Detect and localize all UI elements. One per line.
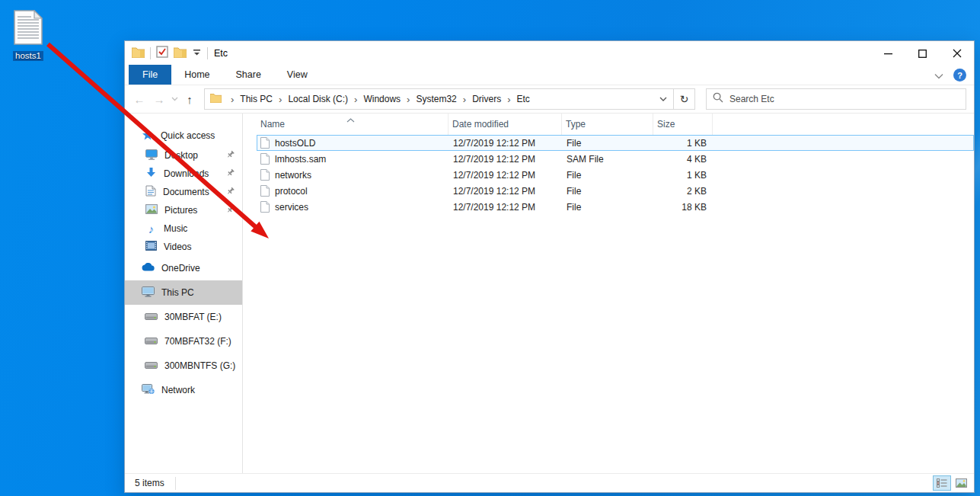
quick-access-toolbar	[125, 46, 208, 61]
sidebar-item-label: Network	[161, 385, 195, 395]
file-name: services	[275, 202, 308, 213]
documents-icon	[145, 185, 156, 199]
sidebar-item-label: Desktop	[164, 150, 198, 161]
status-bar: 5 items	[125, 473, 974, 492]
back-button[interactable]: ←	[129, 89, 149, 109]
file-date: 12/7/2019 12:12 PM	[449, 202, 563, 213]
column-header-date-modified[interactable]: Date modified	[449, 114, 562, 135]
file-date: 12/7/2019 12:12 PM	[449, 138, 563, 149]
toolbar-separator	[207, 47, 208, 59]
sidebar-item-label: 70MBFAT32 (F:)	[164, 336, 231, 347]
recent-locations-chevron-icon[interactable]	[169, 97, 180, 101]
sort-ascending-caret-icon	[346, 114, 355, 125]
sidebar-item-label: Music	[164, 223, 187, 234]
file-type: File	[563, 202, 654, 213]
address-bar[interactable]: › This PC › Local Disk (C:) › Windows › …	[204, 88, 695, 110]
help-button[interactable]: ?	[953, 69, 966, 82]
tab-file[interactable]: File	[129, 65, 171, 85]
file-type: File	[563, 138, 654, 149]
column-header-size[interactable]: Size	[653, 114, 713, 135]
sidebar-item-drive-f[interactable]: 70MBFAT32 (F:)	[125, 329, 242, 354]
breadcrumb-separator: ›	[274, 94, 286, 105]
window-title: Etc	[214, 48, 228, 59]
sidebar-item-label: Quick access	[161, 130, 215, 141]
file-row-hostsold[interactable]: hostsOLD 12/7/2019 12:12 PM File 1 KB	[257, 135, 974, 151]
sidebar-item-network[interactable]: Network	[125, 378, 242, 402]
breadcrumb-etc[interactable]: Etc	[515, 94, 531, 104]
breadcrumb-system32[interactable]: System32	[414, 94, 458, 104]
file-name: lmhosts.sam	[275, 154, 326, 165]
file-size: 4 KB	[654, 154, 713, 165]
tab-share[interactable]: Share	[223, 65, 274, 85]
address-dropdown-chevron-icon[interactable]	[653, 89, 673, 109]
sidebar-item-label: Documents	[163, 187, 209, 197]
quick-access-star-icon	[142, 129, 154, 143]
file-size: 18 KB	[654, 202, 713, 213]
sidebar-item-this-pc[interactable]: This PC	[125, 280, 242, 305]
file-row-lmhosts[interactable]: lmhosts.sam 12/7/2019 12:12 PM SAM File …	[257, 151, 974, 167]
file-row-services[interactable]: services 12/7/2019 12:12 PM File 18 KB	[257, 199, 974, 215]
breadcrumb-separator: ›	[503, 94, 515, 105]
sidebar-item-onedrive[interactable]: OneDrive	[125, 256, 242, 280]
shortcut-label: hosts1	[13, 51, 43, 61]
sidebar-item-downloads[interactable]: Downloads	[125, 165, 242, 183]
search-box[interactable]	[706, 88, 966, 110]
sidebar-item-pictures[interactable]: Pictures	[125, 201, 242, 219]
file-type: File	[563, 170, 654, 181]
drive-icon	[145, 312, 158, 322]
column-header-type[interactable]: Type	[562, 114, 653, 135]
file-icon	[260, 185, 270, 197]
breadcrumb-drivers[interactable]: Drivers	[471, 94, 503, 104]
expand-ribbon-chevron-icon[interactable]	[934, 69, 943, 82]
maximize-button[interactable]	[905, 41, 940, 66]
large-icons-view-button[interactable]	[952, 475, 970, 491]
sidebar-item-label: OneDrive	[161, 263, 200, 274]
sidebar-item-drive-g[interactable]: 300MBNTFS (G:)	[125, 354, 242, 378]
sidebar-item-label: This PC	[161, 287, 194, 298]
downloads-icon	[145, 167, 157, 181]
close-button[interactable]	[940, 41, 974, 66]
breadcrumb-local-disk-c[interactable]: Local Disk (C:)	[286, 94, 350, 104]
tab-home[interactable]: Home	[171, 65, 222, 85]
sidebar-item-desktop[interactable]: Desktop	[125, 146, 242, 165]
sidebar-item-label: 30MBFAT (E:)	[164, 312, 222, 322]
sidebar-item-label: Videos	[164, 242, 191, 252]
sidebar-item-label: Downloads	[164, 168, 209, 179]
drive-icon	[145, 336, 158, 347]
sidebar-item-label: 300MBNTFS (G:)	[164, 360, 235, 371]
file-row-protocol[interactable]: protocol 12/7/2019 12:12 PM File 2 KB	[257, 183, 974, 199]
status-separator	[175, 477, 176, 490]
file-type: File	[563, 186, 654, 197]
sidebar-item-music[interactable]: ♪ Music	[125, 219, 242, 238]
file-icon	[260, 137, 270, 149]
pin-icon[interactable]	[226, 150, 235, 162]
forward-button[interactable]: →	[149, 89, 169, 109]
pin-icon[interactable]	[226, 168, 235, 180]
sidebar-item-documents[interactable]: Documents	[125, 183, 242, 201]
new-folder-button[interactable]	[174, 46, 187, 61]
file-row-networks[interactable]: networks 12/7/2019 12:12 PM File 1 KB	[257, 167, 974, 183]
breadcrumb-this-pc[interactable]: This PC	[238, 94, 274, 104]
minimize-button[interactable]	[871, 41, 905, 66]
pin-icon[interactable]	[226, 187, 235, 198]
file-name: hostsOLD	[275, 138, 315, 149]
properties-button[interactable]	[156, 46, 168, 61]
file-name: protocol	[275, 186, 308, 197]
title-bar: Etc	[125, 41, 974, 66]
breadcrumb-windows[interactable]: Windows	[362, 94, 402, 104]
customize-toolbar-dropdown[interactable]	[192, 46, 202, 60]
details-view-button[interactable]	[933, 475, 951, 491]
file-type: SAM File	[563, 154, 654, 165]
pin-icon[interactable]	[226, 205, 235, 216]
desktop-shortcut-hosts1[interactable]: hosts1	[7, 10, 49, 62]
sidebar-item-quick-access[interactable]: Quick access	[125, 125, 242, 146]
sidebar-item-videos[interactable]: Videos	[125, 238, 242, 256]
tab-view[interactable]: View	[274, 65, 321, 85]
search-input[interactable]	[729, 89, 966, 109]
refresh-button[interactable]: ↻	[674, 89, 694, 109]
navigation-bar: ← → ↑ › This PC › Local Disk (C:) › Wind…	[125, 85, 974, 114]
sidebar-item-drive-e[interactable]: 30MBFAT (E:)	[125, 305, 242, 329]
up-button[interactable]: ↑	[180, 89, 200, 109]
breadcrumb-separator: ›	[350, 94, 362, 105]
file-name: networks	[275, 170, 311, 181]
